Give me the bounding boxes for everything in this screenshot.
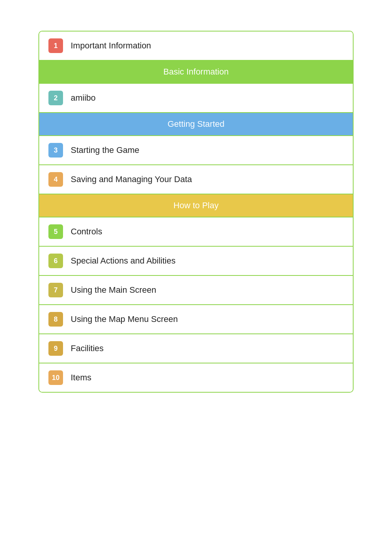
badge-6: 6 — [48, 254, 63, 268]
badge-2: 2 — [48, 91, 63, 105]
badge-7: 7 — [48, 283, 63, 297]
toc-label-10: Items — [71, 373, 91, 383]
toc-item-2[interactable]: 2amiibo — [39, 84, 353, 113]
section-header-label: Getting Started — [168, 119, 224, 129]
badge-8: 8 — [48, 312, 63, 327]
toc-label-8: Using the Map Menu Screen — [71, 314, 178, 324]
section-header-getting-started: Getting Started — [39, 113, 353, 136]
toc-label-9: Facilities — [71, 343, 104, 353]
toc-item-7[interactable]: 7Using the Main Screen — [39, 276, 353, 305]
section-header-basic-information: Basic Information — [39, 61, 353, 84]
badge-1: 1 — [48, 38, 63, 53]
toc-item-5[interactable]: 5Controls — [39, 217, 353, 247]
toc-item-9[interactable]: 9Facilities — [39, 334, 353, 363]
toc-item-1[interactable]: 1Important Information — [39, 32, 353, 61]
badge-5: 5 — [48, 224, 63, 239]
toc-item-4[interactable]: 4Saving and Managing Your Data — [39, 165, 353, 194]
toc-label-6: Special Actions and Abilities — [71, 256, 176, 266]
badge-3: 3 — [48, 143, 63, 158]
section-header-how-to-play: How to Play — [39, 194, 353, 217]
badge-4: 4 — [48, 172, 63, 187]
toc-label-3: Starting the Game — [71, 145, 140, 155]
toc-label-1: Important Information — [71, 41, 151, 51]
toc-item-8[interactable]: 8Using the Map Menu Screen — [39, 305, 353, 334]
toc-label-5: Controls — [71, 227, 102, 237]
toc-label-2: amiibo — [71, 93, 96, 103]
toc-item-6[interactable]: 6Special Actions and Abilities — [39, 247, 353, 276]
badge-9: 9 — [48, 341, 63, 356]
section-header-label: How to Play — [173, 201, 218, 211]
badge-10: 10 — [48, 370, 63, 385]
toc-item-3[interactable]: 3Starting the Game — [39, 136, 353, 165]
toc-item-10[interactable]: 10Items — [39, 363, 353, 392]
toc-label-7: Using the Main Screen — [71, 285, 156, 295]
section-header-label: Basic Information — [163, 67, 229, 77]
toc-container: 1Important InformationBasic Information2… — [38, 31, 354, 393]
toc-label-4: Saving and Managing Your Data — [71, 174, 192, 184]
